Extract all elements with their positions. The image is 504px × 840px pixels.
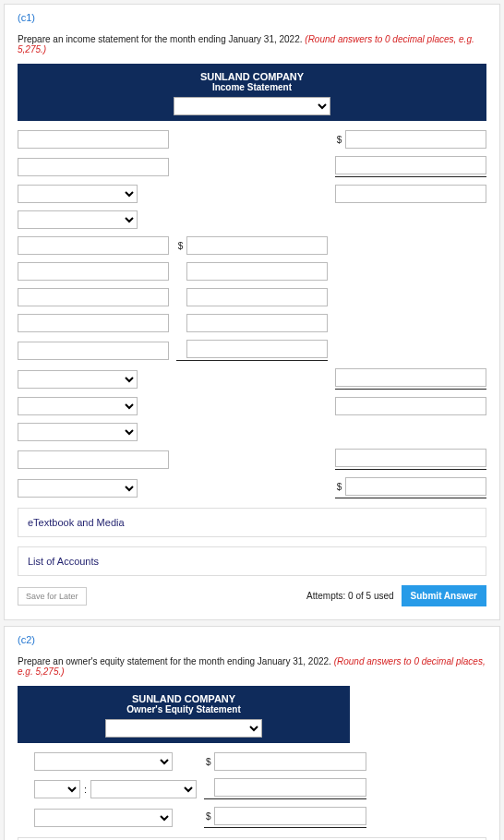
period-select[interactable] — [105, 719, 262, 738]
line9-amount[interactable] — [186, 340, 328, 358]
section-label: (c1) — [18, 12, 486, 23]
list-of-accounts-link[interactable]: List of Accounts — [18, 546, 486, 576]
eq-line1-select[interactable] — [34, 752, 173, 771]
save-for-later-button[interactable]: Save for Later — [18, 587, 87, 606]
line4-select[interactable] — [18, 210, 138, 229]
instruction-plain: Prepare an income statement for the mont… — [18, 34, 305, 44]
dollar-sign: $ — [204, 757, 210, 767]
statement-header: SUNLAND COMPANY Owner's Equity Statement — [18, 686, 350, 743]
submit-answer-button[interactable]: Submit Answer — [402, 585, 486, 606]
attempts-label: Attempts: 0 of 5 used — [306, 591, 394, 601]
line7-account[interactable] — [18, 288, 169, 306]
section-label: (c2) — [18, 634, 486, 645]
dollar-sign: $ — [204, 811, 210, 822]
etextbook-link[interactable]: eTextbook and Media — [18, 508, 486, 537]
line6-account[interactable] — [18, 262, 169, 281]
panel-c1: (c1) Prepare an income statement for the… — [4, 4, 500, 620]
line10-select[interactable] — [18, 370, 138, 389]
footer-row: Save for Later Attempts: 0 of 5 used Sub… — [18, 585, 486, 606]
line2-amount[interactable] — [335, 156, 486, 174]
line11-select[interactable] — [18, 397, 138, 415]
eq-line2-select-b[interactable] — [90, 780, 197, 798]
line2-account[interactable] — [18, 158, 169, 176]
eq-line1-amount[interactable] — [214, 752, 366, 771]
line14-amount[interactable] — [345, 477, 486, 496]
line5-account[interactable] — [18, 236, 169, 255]
statement-title: Owner's Equity Statement — [18, 704, 350, 714]
period-select[interactable] — [174, 97, 330, 115]
instruction-text: Prepare an income statement for the mont… — [18, 34, 486, 54]
colon-label: : — [84, 784, 87, 795]
line11-amount[interactable] — [335, 397, 486, 415]
statement-header: SUNLAND COMPANY Income Statement — [18, 64, 486, 121]
instruction-plain: Prepare an owner's equity statement for … — [18, 656, 334, 666]
line9-account[interactable] — [18, 342, 169, 360]
line3-amount[interactable] — [335, 185, 486, 203]
line8-amount[interactable] — [186, 314, 328, 332]
dollar-sign: $ — [335, 482, 342, 492]
income-statement-grid: $ $ $ $ $ $ — [18, 130, 486, 498]
line1-account[interactable] — [18, 130, 169, 149]
dollar-sign: $ — [335, 135, 342, 145]
statement-title: Income Statement — [18, 82, 486, 92]
line12-select[interactable] — [18, 423, 138, 441]
eq-line3-amount[interactable] — [214, 807, 366, 825]
company-name: SUNLAND COMPANY — [18, 693, 350, 704]
eq-line3-select[interactable] — [34, 809, 173, 827]
instruction-text: Prepare an owner's equity statement for … — [18, 656, 486, 677]
company-name: SUNLAND COMPANY — [18, 71, 486, 82]
line8-account[interactable] — [18, 314, 169, 332]
line5-amount[interactable] — [186, 236, 328, 255]
line1-amount[interactable] — [345, 130, 486, 149]
line14-select[interactable] — [18, 479, 138, 498]
line7-amount[interactable] — [186, 288, 328, 306]
eq-line2-select-a[interactable] — [34, 780, 80, 798]
panel-c2: (c2) Prepare an owner's equity statement… — [4, 626, 500, 840]
dollar-sign: $ — [176, 241, 183, 251]
line13-amount[interactable] — [335, 449, 486, 467]
line6-amount[interactable] — [186, 262, 328, 281]
line13-account[interactable] — [18, 450, 169, 469]
line3-select[interactable] — [18, 185, 138, 203]
eq-line2-amount[interactable] — [214, 778, 366, 797]
line10-amount[interactable] — [335, 368, 486, 387]
equity-statement-grid: $ : $ $ — [34, 752, 366, 828]
